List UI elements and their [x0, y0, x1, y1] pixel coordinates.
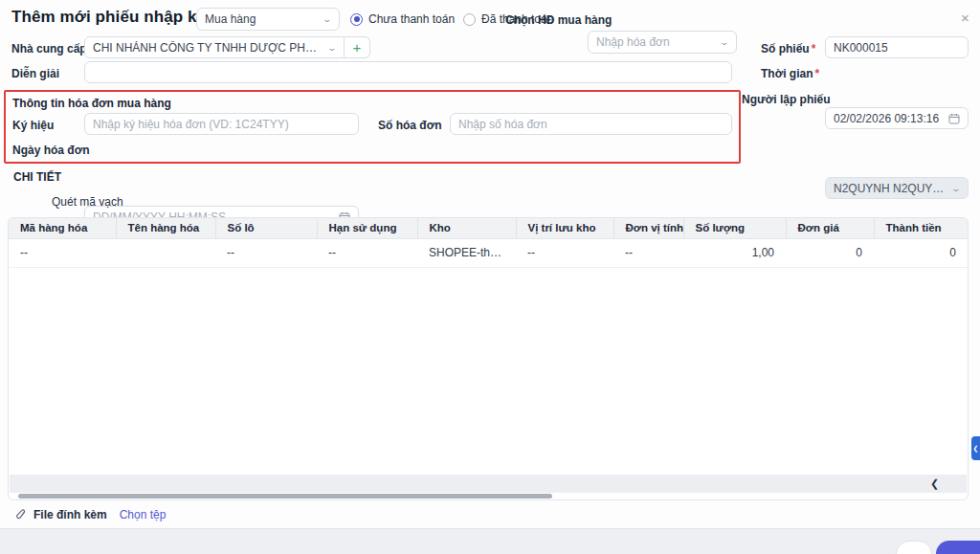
invoice-no-wrap: [450, 113, 732, 135]
detail-title: CHI TIẾT: [13, 170, 61, 184]
invoice-section-title: Thông tin hóa đơn mua hàng: [12, 97, 171, 110]
invoice-no-input[interactable]: [450, 113, 732, 135]
creator-select[interactable]: N2QUYNH N2QUYNH ⌄: [825, 177, 969, 199]
description-wrap: [84, 61, 732, 83]
description-label: Diễn giải: [11, 67, 59, 80]
required-asterisk: *: [815, 67, 820, 80]
cell-item-code[interactable]: --: [9, 238, 116, 267]
supplier-label: Nhà cung cấp*: [11, 42, 93, 55]
calendar-icon: [948, 113, 960, 124]
col-header[interactable]: Thành tiền: [874, 218, 968, 238]
supplier-group: CHI NHÁNH CÔNG TY TNHH DƯỢC PHẨM VÀ TRAN…: [84, 36, 370, 58]
invoice-symbol-label: Ký hiệu: [12, 119, 54, 132]
cell-location[interactable]: --: [516, 238, 613, 267]
description-input[interactable]: [84, 61, 732, 83]
collapse-icon[interactable]: ❮: [930, 477, 939, 490]
supplier-select[interactable]: CHI NHÁNH CÔNG TY TNHH DƯỢC PHẨM VÀ TRAN…: [84, 36, 345, 58]
items-table: Mã hàng hóa Tên hàng hóa Số lô Hạn sử dụ…: [9, 218, 968, 268]
doc-no-input[interactable]: [825, 36, 969, 58]
creator-value: N2QUYNH N2QUYNH: [834, 182, 947, 195]
col-header[interactable]: Số lô: [215, 218, 317, 238]
doc-no-wrap: [825, 36, 969, 58]
chevron-down-icon: ⌄: [951, 184, 962, 193]
cell-amount[interactable]: 0: [874, 238, 968, 267]
time-input[interactable]: 02/02/2026 09:13:16: [825, 107, 969, 129]
chevron-down-icon: ⌄: [327, 43, 338, 53]
po-select-label: Chọn HĐ mua hàng: [505, 13, 612, 27]
po-select-placeholder: Nhập hóa đơn: [596, 35, 715, 49]
invoice-no-label: Số hóa đơn: [378, 119, 442, 132]
cancel-button[interactable]: [896, 541, 932, 554]
po-select[interactable]: Nhập hóa đơn ⌄: [588, 31, 737, 54]
choose-file-link[interactable]: Chọn tệp: [120, 508, 167, 521]
chevron-down-icon: ⌄: [323, 14, 333, 24]
invoice-symbol-wrap: [84, 113, 359, 135]
cell-quantity[interactable]: 1,00: [683, 238, 786, 267]
attachment-row: File đính kèm Chọn tệp: [15, 508, 166, 521]
col-header[interactable]: Vị trí lưu kho: [516, 218, 613, 238]
cell-expiry[interactable]: --: [317, 238, 417, 267]
add-supplier-button[interactable]: +: [345, 36, 370, 58]
radio-unpaid[interactable]: Chưa thanh toán: [350, 12, 455, 26]
save-button[interactable]: [936, 541, 980, 554]
table-row[interactable]: -- -- -- SHOPEE-thocungta... -- -- 1,00 …: [9, 238, 968, 267]
barcode-scan-label: Quét mã vạch: [52, 195, 123, 209]
doc-no-label: Số phiếu*: [761, 42, 815, 55]
col-header[interactable]: Mã hàng hóa: [9, 218, 116, 238]
cell-warehouse[interactable]: SHOPEE-thocungta...: [417, 238, 516, 267]
receipt-type-value: Mua hàng: [205, 12, 318, 26]
paperclip-icon: [15, 509, 27, 521]
col-header[interactable]: Đơn vị tính: [613, 218, 683, 238]
invoice-symbol-input[interactable]: [84, 113, 359, 135]
radio-dot-icon: [350, 13, 363, 26]
page-title: Thêm mới phiếu nhập kho: [11, 8, 217, 27]
supplier-value: CHI NHÁNH CÔNG TY TNHH DƯỢC PHẨM VÀ TRAN…: [93, 41, 323, 55]
col-header[interactable]: Hạn sử dụng: [317, 218, 417, 238]
dialog-footer: [0, 529, 980, 554]
col-header[interactable]: Đơn giá: [786, 218, 874, 238]
chevron-down-icon: ⌄: [720, 37, 730, 47]
col-header[interactable]: Tên hàng hóa: [116, 218, 215, 238]
receipt-type-select[interactable]: Mua hàng ⌄: [196, 8, 340, 31]
radio-dot-icon: [463, 13, 476, 26]
time-label: Thời gian*: [761, 67, 819, 80]
cell-lot[interactable]: --: [215, 238, 317, 267]
cell-item-name[interactable]: [116, 238, 215, 267]
table-summary-bar[interactable]: ❮: [10, 475, 967, 493]
creator-label: Người lập phiếu: [742, 93, 831, 106]
horizontal-scrollbar[interactable]: [18, 494, 552, 499]
col-header[interactable]: Kho: [417, 218, 516, 238]
cell-unit[interactable]: --: [613, 238, 683, 267]
chevron-left-icon: ❮: [973, 445, 979, 453]
col-header[interactable]: Số lượng: [683, 218, 786, 238]
attachment-label: File đính kèm: [33, 508, 107, 521]
dialog-body: Thêm mới phiếu nhập kho Mua hàng ⌄ Chưa …: [0, 0, 980, 529]
items-table-container: Mã hàng hóa Tên hàng hóa Số lô Hạn sử dụ…: [8, 217, 969, 500]
time-value: 02/02/2026 09:13:16: [834, 112, 943, 125]
add-goods-receipt-dialog: Thêm mới phiếu nhập kho Mua hàng ⌄ Chưa …: [0, 0, 980, 554]
side-panel-toggle[interactable]: ❮: [971, 436, 980, 460]
radio-unpaid-label: Chưa thanh toán: [368, 12, 455, 26]
required-asterisk: *: [812, 42, 816, 55]
cell-unit-price[interactable]: 0: [786, 238, 874, 267]
table-header-row: Mã hàng hóa Tên hàng hóa Số lô Hạn sử dụ…: [9, 218, 968, 238]
close-icon[interactable]: ×: [961, 11, 969, 25]
invoice-date-label: Ngày hóa đơn: [12, 144, 90, 157]
